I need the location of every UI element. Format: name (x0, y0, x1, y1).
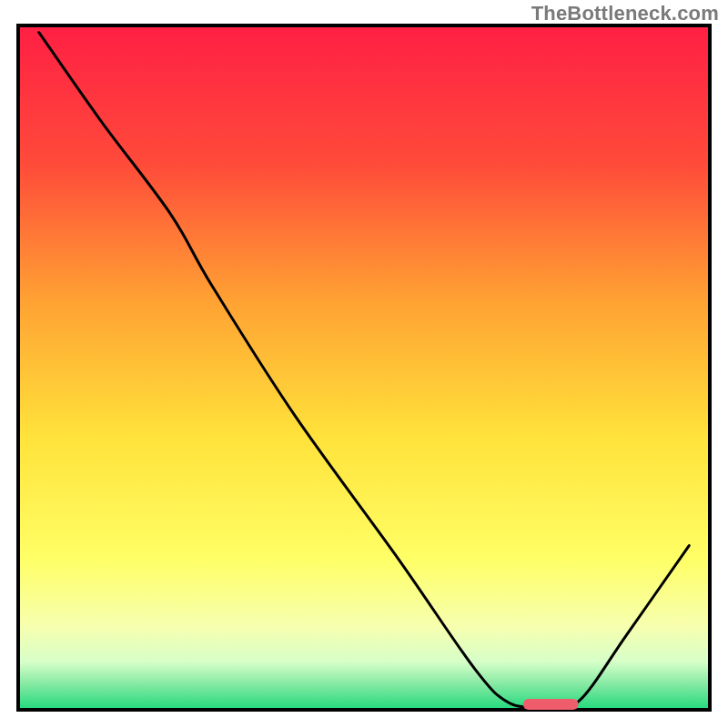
chart-svg (0, 0, 728, 728)
plot-background (18, 25, 710, 710)
watermark-text: TheBottleneck.com (531, 2, 719, 25)
bottleneck-chart: TheBottleneck.com (0, 0, 728, 728)
optimal-marker (523, 699, 579, 710)
